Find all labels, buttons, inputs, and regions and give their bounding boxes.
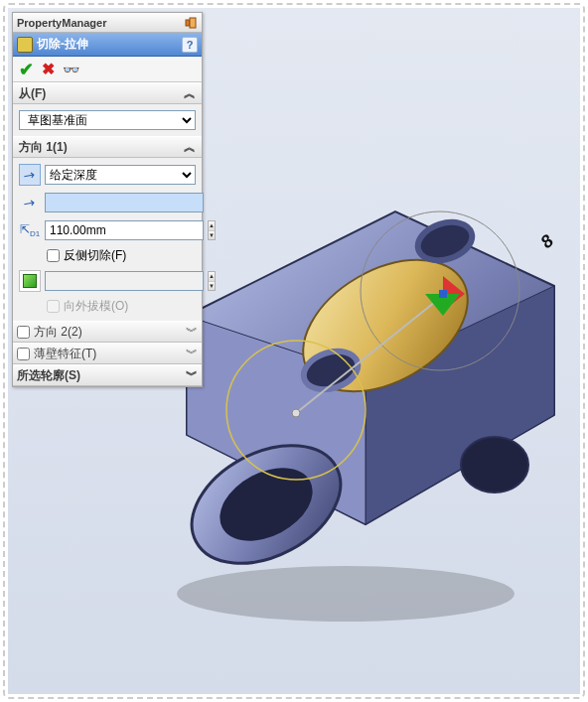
direction-vector-button[interactable]: ↗: [19, 192, 41, 213]
section-from-body: 草图基准面: [13, 104, 202, 136]
section-from-title: 从(F): [19, 85, 46, 102]
arrow-icon: ↗: [20, 165, 39, 185]
end-condition-select[interactable]: 给定深度: [45, 165, 196, 185]
from-select[interactable]: 草图基准面: [19, 110, 196, 130]
svg-rect-17: [186, 20, 190, 26]
feature-name: 切除-拉伸: [37, 36, 88, 53]
depth-input[interactable]: [45, 220, 204, 240]
section-dir2-title: 方向 2(2): [34, 324, 82, 341]
svg-rect-16: [439, 290, 447, 298]
section-dir2-header[interactable]: 方向 2(2) ︾: [13, 321, 202, 343]
cut-extrude-icon: [17, 37, 33, 53]
feature-header: 切除-拉伸 ?: [13, 33, 202, 57]
chevron-down-icon: ︾: [186, 324, 198, 341]
depth-icon: ⇱D1: [19, 219, 41, 241]
section-dir1-header[interactable]: 方向 1(1) ︽: [13, 136, 202, 158]
svg-point-7: [461, 437, 528, 492]
svg-point-0: [177, 566, 514, 622]
dimension-icon: ⇱D1: [20, 222, 40, 238]
section-thin-header[interactable]: 薄壁特征(T) ︾: [13, 343, 202, 364]
draft-input[interactable]: [45, 271, 204, 291]
reverse-direction-button[interactable]: ↗: [19, 164, 41, 186]
section-contours-title: 所选轮廓(S): [17, 367, 80, 384]
draft-outward-checkbox: [47, 300, 60, 313]
flip-side-row[interactable]: 反侧切除(F): [19, 247, 196, 264]
section-dir1-title: 方向 1(1): [19, 139, 68, 156]
chevron-up-icon: ︽: [184, 139, 196, 156]
section-contours-header[interactable]: 所选轮廓(S) ︾: [13, 364, 202, 386]
flip-side-label: 反侧切除(F): [64, 247, 126, 264]
panel-titlebar[interactable]: PropertyManager: [13, 13, 202, 33]
chevron-down-icon: ︾: [186, 367, 198, 384]
confirm-row: ✔ ✖ 👓: [13, 57, 202, 82]
panel-title: PropertyManager: [17, 17, 180, 29]
section-from-header[interactable]: 从(F) ︽: [13, 82, 202, 104]
section-dir1-body: ↗ 给定深度 ↗ ⇱D1 ▲▼ 反侧切除(F: [13, 158, 202, 321]
draft-outward-label: 向外拔模(O): [64, 298, 128, 315]
draft-spinner[interactable]: ▲▼: [208, 271, 216, 291]
chevron-down-icon: ︾: [186, 346, 198, 362]
thin-checkbox[interactable]: [17, 348, 30, 360]
draft-icon: [23, 274, 37, 288]
help-button[interactable]: ?: [182, 37, 198, 53]
flip-side-checkbox[interactable]: [47, 249, 60, 262]
pin-icon[interactable]: [184, 16, 198, 30]
depth-spinner[interactable]: ▲▼: [208, 220, 216, 240]
draft-button[interactable]: [19, 270, 41, 292]
draft-outward-row: 向外拔模(O): [19, 298, 196, 315]
dir2-checkbox[interactable]: [17, 326, 30, 339]
preview-button[interactable]: 👓: [63, 62, 79, 77]
direction-reference-input[interactable]: [45, 193, 204, 212]
property-manager-panel: PropertyManager 切除-拉伸 ? ✔ ✖ 👓 从(F) ︽ 草图基…: [12, 12, 203, 387]
3d-viewport[interactable]: 8 PropertyManager 切除-拉伸 ? ✔ ✖ 👓 从(F) ︽: [8, 8, 580, 694]
svg-rect-18: [190, 18, 196, 28]
chevron-up-icon: ︽: [184, 85, 196, 102]
svg-point-13: [292, 409, 300, 417]
cancel-button[interactable]: ✖: [42, 60, 55, 78]
ok-button[interactable]: ✔: [19, 59, 34, 80]
section-thin-title: 薄壁特征(T): [34, 346, 96, 362]
arrow-icon: ↗: [20, 193, 39, 212]
